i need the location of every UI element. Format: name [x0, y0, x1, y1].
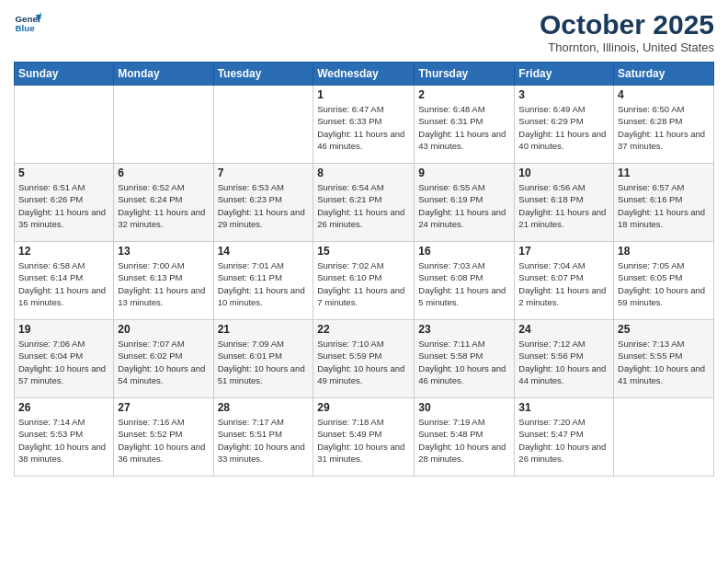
- table-row: 31Sunrise: 7:20 AM Sunset: 5:47 PM Dayli…: [515, 398, 614, 477]
- table-row: 12Sunrise: 6:58 AM Sunset: 6:14 PM Dayli…: [15, 242, 114, 320]
- day-number: 1: [317, 88, 410, 101]
- day-number: 17: [518, 245, 609, 258]
- day-info: Sunrise: 6:57 AM Sunset: 6:16 PM Dayligh…: [618, 181, 710, 230]
- day-info: Sunrise: 7:18 AM Sunset: 5:49 PM Dayligh…: [317, 416, 410, 465]
- table-row: 26Sunrise: 7:14 AM Sunset: 5:53 PM Dayli…: [15, 398, 114, 477]
- table-row: 28Sunrise: 7:17 AM Sunset: 5:51 PM Dayli…: [213, 398, 313, 477]
- table-row: 6Sunrise: 6:52 AM Sunset: 6:24 PM Daylig…: [114, 164, 213, 242]
- day-info: Sunrise: 6:49 AM Sunset: 6:29 PM Dayligh…: [518, 103, 609, 152]
- day-number: 25: [618, 323, 710, 336]
- day-number: 2: [418, 88, 510, 101]
- table-row: 23Sunrise: 7:11 AM Sunset: 5:58 PM Dayli…: [415, 320, 515, 398]
- logo: General Blue: [14, 9, 41, 37]
- day-number: 28: [218, 401, 310, 414]
- day-number: 9: [418, 167, 510, 179]
- day-number: 18: [618, 245, 710, 258]
- day-number: 29: [317, 401, 410, 414]
- week-row-2: 12Sunrise: 6:58 AM Sunset: 6:14 PM Dayli…: [15, 242, 714, 320]
- table-row: 17Sunrise: 7:04 AM Sunset: 6:07 PM Dayli…: [515, 242, 614, 320]
- table-row: [213, 86, 313, 164]
- day-info: Sunrise: 6:47 AM Sunset: 6:33 PM Dayligh…: [317, 103, 410, 152]
- table-row: 24Sunrise: 7:12 AM Sunset: 5:56 PM Dayli…: [515, 320, 614, 398]
- day-info: Sunrise: 7:07 AM Sunset: 6:02 PM Dayligh…: [118, 338, 209, 386]
- day-number: 10: [518, 167, 609, 179]
- day-info: Sunrise: 6:48 AM Sunset: 6:31 PM Dayligh…: [418, 103, 510, 152]
- table-row: [614, 398, 714, 477]
- col-thursday: Thursday: [415, 63, 515, 86]
- day-info: Sunrise: 6:56 AM Sunset: 6:18 PM Dayligh…: [518, 181, 609, 230]
- day-info: Sunrise: 7:10 AM Sunset: 5:59 PM Dayligh…: [317, 338, 410, 386]
- day-number: 16: [418, 245, 510, 258]
- day-info: Sunrise: 6:54 AM Sunset: 6:21 PM Dayligh…: [317, 181, 410, 230]
- day-number: 31: [518, 401, 609, 414]
- day-number: 22: [317, 323, 410, 336]
- table-row: 25Sunrise: 7:13 AM Sunset: 5:55 PM Dayli…: [614, 320, 714, 398]
- day-number: 8: [317, 167, 410, 179]
- day-info: Sunrise: 6:51 AM Sunset: 6:26 PM Dayligh…: [18, 181, 109, 230]
- table-row: [15, 86, 114, 164]
- svg-text:Blue: Blue: [16, 23, 36, 33]
- day-number: 7: [218, 167, 310, 179]
- table-row: 8Sunrise: 6:54 AM Sunset: 6:21 PM Daylig…: [313, 164, 415, 242]
- day-number: 12: [18, 245, 109, 258]
- week-row-1: 5Sunrise: 6:51 AM Sunset: 6:26 PM Daylig…: [15, 164, 714, 242]
- day-number: 19: [18, 323, 109, 336]
- col-monday: Monday: [114, 63, 213, 86]
- table-row: 5Sunrise: 6:51 AM Sunset: 6:26 PM Daylig…: [15, 164, 114, 242]
- day-number: 14: [218, 245, 310, 258]
- col-friday: Friday: [515, 63, 614, 86]
- table-row: 13Sunrise: 7:00 AM Sunset: 6:13 PM Dayli…: [114, 242, 213, 320]
- title-area: October 2025 Thornton, Illinois, United …: [540, 9, 714, 54]
- day-info: Sunrise: 7:17 AM Sunset: 5:51 PM Dayligh…: [218, 416, 310, 465]
- day-number: 27: [118, 401, 209, 414]
- header-row: Sunday Monday Tuesday Wednesday Thursday…: [15, 63, 714, 86]
- day-info: Sunrise: 7:14 AM Sunset: 5:53 PM Dayligh…: [18, 416, 109, 465]
- day-info: Sunrise: 7:13 AM Sunset: 5:55 PM Dayligh…: [618, 338, 710, 386]
- table-row: 10Sunrise: 6:56 AM Sunset: 6:18 PM Dayli…: [515, 164, 614, 242]
- table-row: 4Sunrise: 6:50 AM Sunset: 6:28 PM Daylig…: [614, 86, 714, 164]
- table-row: 14Sunrise: 7:01 AM Sunset: 6:11 PM Dayli…: [213, 242, 313, 320]
- day-info: Sunrise: 7:20 AM Sunset: 5:47 PM Dayligh…: [518, 416, 609, 465]
- table-row: 16Sunrise: 7:03 AM Sunset: 6:08 PM Dayli…: [415, 242, 515, 320]
- day-number: 30: [418, 401, 510, 414]
- logo-icon: General Blue: [14, 9, 41, 37]
- location: Thornton, Illinois, United States: [540, 40, 714, 54]
- day-number: 15: [317, 245, 410, 258]
- calendar: Sunday Monday Tuesday Wednesday Thursday…: [14, 62, 714, 477]
- table-row: 15Sunrise: 7:02 AM Sunset: 6:10 PM Dayli…: [313, 242, 415, 320]
- day-number: 5: [18, 167, 109, 179]
- week-row-0: 1Sunrise: 6:47 AM Sunset: 6:33 PM Daylig…: [15, 86, 714, 164]
- table-row: 19Sunrise: 7:06 AM Sunset: 6:04 PM Dayli…: [15, 320, 114, 398]
- day-info: Sunrise: 7:01 AM Sunset: 6:11 PM Dayligh…: [218, 259, 310, 308]
- table-row: 3Sunrise: 6:49 AM Sunset: 6:29 PM Daylig…: [515, 86, 614, 164]
- day-number: 23: [418, 323, 510, 336]
- day-info: Sunrise: 7:05 AM Sunset: 6:05 PM Dayligh…: [618, 259, 710, 308]
- day-number: 24: [518, 323, 609, 336]
- table-row: 20Sunrise: 7:07 AM Sunset: 6:02 PM Dayli…: [114, 320, 213, 398]
- day-number: 20: [118, 323, 209, 336]
- day-info: Sunrise: 7:12 AM Sunset: 5:56 PM Dayligh…: [518, 338, 609, 386]
- day-number: 6: [118, 167, 209, 179]
- day-number: 26: [18, 401, 109, 414]
- day-info: Sunrise: 6:50 AM Sunset: 6:28 PM Dayligh…: [618, 103, 710, 152]
- day-number: 13: [118, 245, 209, 258]
- col-wednesday: Wednesday: [313, 63, 415, 86]
- day-number: 21: [218, 323, 310, 336]
- table-row: 18Sunrise: 7:05 AM Sunset: 6:05 PM Dayli…: [614, 242, 714, 320]
- week-row-3: 19Sunrise: 7:06 AM Sunset: 6:04 PM Dayli…: [15, 320, 714, 398]
- day-info: Sunrise: 7:00 AM Sunset: 6:13 PM Dayligh…: [118, 259, 209, 308]
- col-saturday: Saturday: [614, 63, 714, 86]
- col-sunday: Sunday: [15, 63, 114, 86]
- col-tuesday: Tuesday: [213, 63, 313, 86]
- table-row: 2Sunrise: 6:48 AM Sunset: 6:31 PM Daylig…: [415, 86, 515, 164]
- table-row: 29Sunrise: 7:18 AM Sunset: 5:49 PM Dayli…: [313, 398, 415, 477]
- day-number: 4: [618, 88, 710, 101]
- table-row: 7Sunrise: 6:53 AM Sunset: 6:23 PM Daylig…: [213, 164, 313, 242]
- day-number: 11: [618, 167, 710, 179]
- day-info: Sunrise: 6:52 AM Sunset: 6:24 PM Dayligh…: [118, 181, 209, 230]
- day-info: Sunrise: 7:11 AM Sunset: 5:58 PM Dayligh…: [418, 338, 510, 386]
- day-info: Sunrise: 7:03 AM Sunset: 6:08 PM Dayligh…: [418, 259, 510, 308]
- table-row: 27Sunrise: 7:16 AM Sunset: 5:52 PM Dayli…: [114, 398, 213, 477]
- table-row: 30Sunrise: 7:19 AM Sunset: 5:48 PM Dayli…: [415, 398, 515, 477]
- day-info: Sunrise: 7:02 AM Sunset: 6:10 PM Dayligh…: [317, 259, 410, 308]
